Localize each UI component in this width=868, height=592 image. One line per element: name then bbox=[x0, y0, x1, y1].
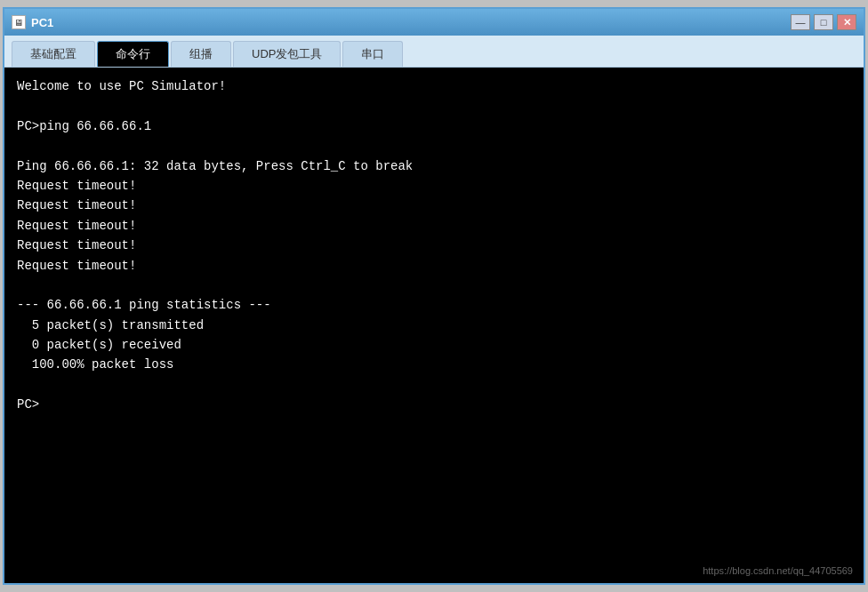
tab-serial[interactable]: 串口 bbox=[342, 41, 403, 67]
tab-cmd[interactable]: 命令行 bbox=[97, 41, 169, 67]
terminal-output: Welcome to use PC Simulator! PC>ping 66.… bbox=[17, 76, 851, 415]
window-title: PC1 bbox=[31, 16, 53, 29]
terminal-area[interactable]: Welcome to use PC Simulator! PC>ping 66.… bbox=[4, 68, 864, 583]
tab-bar: 基础配置 命令行 组播 UDP发包工具 串口 bbox=[4, 36, 864, 68]
main-window: 🖥 PC1 — □ ✕ 基础配置 命令行 组播 UDP发包工具 串口 Welco… bbox=[3, 7, 865, 585]
tab-basic[interactable]: 基础配置 bbox=[12, 41, 95, 67]
title-bar: 🖥 PC1 — □ ✕ bbox=[4, 9, 864, 36]
tab-udp[interactable]: UDP发包工具 bbox=[233, 41, 341, 67]
title-buttons: — □ ✕ bbox=[791, 14, 856, 30]
tab-group[interactable]: 组播 bbox=[171, 41, 231, 67]
title-bar-left: 🖥 PC1 bbox=[12, 15, 53, 29]
window-icon: 🖥 bbox=[12, 15, 26, 29]
minimize-button[interactable]: — bbox=[791, 14, 810, 30]
watermark: https://blog.csdn.net/qq_44705569 bbox=[703, 565, 853, 576]
close-button[interactable]: ✕ bbox=[837, 14, 856, 30]
maximize-button[interactable]: □ bbox=[814, 14, 833, 30]
